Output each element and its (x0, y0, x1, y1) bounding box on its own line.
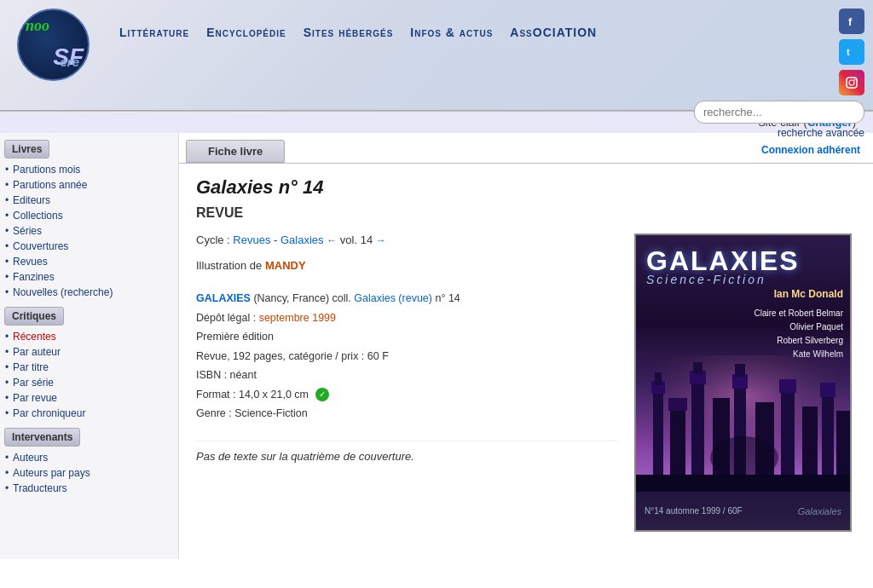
cover-galaxiales: Galaxiales (798, 506, 841, 516)
site-logo[interactable]: noo SF ere (17, 9, 94, 81)
format-line: Format : 14,0 x 21,0 cm ✓ (196, 385, 617, 405)
nav-sites-heberges[interactable]: Sites hébergés (304, 26, 394, 39)
cover-bottom-bar: N°14 automne 1999 / 60F Galaxiales (636, 492, 850, 530)
sidebar: Livres Parutions mois Parutions année Ed… (0, 133, 179, 559)
cover-subtitle: Science-Fiction (646, 273, 840, 286)
depot-date-link[interactable]: septembre 1999 (259, 312, 336, 324)
sidebar-item-traducteurs[interactable]: Traducteurs (0, 481, 178, 496)
cover-num: N°14 automne 1999 / 60F (645, 506, 743, 516)
publisher-coll-link[interactable]: Galaxies (revue) (354, 292, 432, 304)
sidebar-item-auteurs[interactable]: Auteurs (0, 450, 178, 465)
nav-litterature[interactable]: Littérature (119, 26, 189, 39)
nav-infos-actus[interactable]: Infos & actus (410, 26, 493, 39)
cover-city-illustration (636, 355, 850, 492)
cycle-link-revues[interactable]: Revues (233, 233, 270, 246)
details1-line: Revue, 192 pages, catégorie / prix : 60 … (196, 347, 617, 366)
cover-author-2: Claire et Robert Belmar (754, 307, 843, 320)
sidebar-item-fanzines[interactable]: Fanzines (0, 269, 178, 285)
facebook-icon[interactable]: f (839, 9, 864, 34)
sidebar-item-parutions-mois[interactable]: Parutions mois (0, 162, 178, 177)
premiere-edition-line: Première édition (196, 327, 617, 347)
svg-point-3 (849, 80, 854, 85)
sidebar-critiques-header: Critiques (4, 307, 64, 326)
svg-text:t: t (847, 47, 850, 57)
social-icons: f t (839, 9, 864, 95)
publisher-name-link[interactable]: GALAXIES (196, 292, 251, 304)
search-area: recherche avancée (694, 101, 864, 139)
publisher-block: GALAXIES (Nancy, France) coll. Galaxies … (196, 289, 617, 424)
genre-line: Genre : Science-Fiction (196, 404, 617, 424)
sidebar-item-series[interactable]: Séries (0, 223, 178, 239)
publisher-line: GALAXIES (Nancy, France) coll. Galaxies … (196, 289, 617, 308)
publisher-num: n° 14 (435, 292, 460, 304)
svg-rect-23 (820, 383, 835, 397)
publisher-location: (Nancy, France) (253, 292, 329, 304)
sidebar-item-par-serie[interactable]: Par série (0, 375, 178, 390)
sidebar-item-nouvelles[interactable]: Nouvelles (recherche) (0, 285, 178, 300)
fiche-livre-tab[interactable]: Fiche livre (186, 140, 285, 163)
sidebar-item-parutions-annee[interactable]: Parutions année (0, 177, 178, 193)
next-arrow[interactable]: → (376, 234, 386, 246)
cover-author-3: Olivier Paquet (754, 320, 843, 334)
main-content: Fiche livre Connexion adhérent Galaxies … (179, 133, 873, 559)
book-content: Galaxies n° 14 REVUE Cycle : Revues - Ga… (179, 164, 873, 545)
book-type: REVUE (196, 205, 856, 221)
sidebar-item-revues[interactable]: Revues (0, 254, 178, 269)
search-input[interactable] (694, 101, 864, 124)
header-right: f t recherche avancée (694, 9, 864, 139)
advanced-search-link[interactable]: recherche avancée (778, 127, 864, 139)
header: noo SF ere Littérature Encyclopédie Site… (0, 0, 873, 111)
cycle-link-galaxies[interactable]: Galaxies (280, 233, 324, 246)
twitter-icon[interactable]: t (839, 39, 864, 65)
svg-rect-13 (693, 362, 702, 374)
sidebar-livres-header: Livres (4, 140, 49, 159)
sidebar-item-recentes[interactable]: Récentes (0, 329, 178, 344)
connexion-adherent-link[interactable]: Connexion adhérent (749, 137, 873, 163)
prev-arrow[interactable]: ← (327, 234, 337, 246)
svg-rect-17 (735, 364, 745, 377)
cycle-vol: vol. 14 (340, 233, 376, 246)
svg-point-26 (710, 436, 778, 479)
book-detail-inner: Cycle : Revues - Galaxies ← vol. 14 → Il… (196, 233, 856, 532)
instagram-icon[interactable] (839, 70, 864, 95)
sidebar-item-auteurs-pays[interactable]: Auteurs par pays (0, 465, 178, 481)
book-info-block: Cycle : Revues - Galaxies ← vol. 14 → Il… (196, 233, 617, 532)
svg-rect-20 (779, 379, 796, 393)
cycle-label: Cycle : (196, 233, 233, 246)
back-cover-text: Pas de texte sur la quatrième de couvert… (196, 441, 617, 463)
nav-association[interactable]: AssOCIATION (510, 26, 597, 39)
sidebar-item-par-revue[interactable]: Par revue (0, 390, 178, 406)
cycle-line: Cycle : Revues - Galaxies ← vol. 14 → (196, 233, 617, 246)
illustration-label: Illustration de (196, 259, 265, 272)
cover-authors: Ian Mc Donald Claire et Robert Belmar Ol… (754, 286, 843, 361)
logo-text-fere: ere (60, 55, 79, 69)
sidebar-item-collections[interactable]: Collections (0, 208, 178, 223)
sidebar-intervenants-header: Intervenants (4, 428, 80, 447)
sidebar-item-par-auteur[interactable]: Par auteur (0, 344, 178, 360)
book-cover: GALAXIES Science-Fiction Ian Mc Donald C… (634, 233, 856, 532)
svg-rect-10 (668, 398, 687, 411)
cover-image: GALAXIES Science-Fiction Ian Mc Donald C… (634, 233, 852, 532)
svg-text:f: f (848, 15, 853, 28)
sidebar-item-par-titre[interactable]: Par titre (0, 360, 178, 375)
svg-point-4 (854, 79, 856, 81)
format-check-icon: ✓ (315, 388, 329, 401)
sidebar-item-couvertures[interactable]: Couvertures (0, 239, 178, 254)
logo-text-noo: noo (26, 17, 49, 35)
cover-top: GALAXIES Science-Fiction (636, 235, 850, 291)
illustration-author-link[interactable]: MANDY (265, 259, 306, 272)
publisher-coll-label: coll. (332, 292, 355, 304)
page-layout: Livres Parutions mois Parutions année Ed… (0, 133, 873, 559)
depot-line: Dépôt légal : septembre 1999 (196, 308, 617, 328)
format-text: Format : 14,0 x 21,0 cm (196, 389, 309, 401)
cover-author-4: Robert Silverberg (754, 334, 843, 348)
illustration-line: Illustration de MANDY (196, 259, 617, 272)
isbn-line: ISBN : néant (196, 366, 617, 385)
depot-label: Dépôt légal : (196, 312, 259, 324)
svg-rect-8 (655, 372, 662, 385)
sidebar-item-editeurs[interactable]: Editeurs (0, 193, 178, 208)
cover-author-main: Ian Mc Donald (754, 286, 843, 303)
sidebar-item-par-chroniqueur[interactable]: Par chroniqueur (0, 406, 178, 421)
book-title: Galaxies n° 14 (196, 176, 856, 199)
nav-encyclopedie[interactable]: Encyclopédie (206, 26, 286, 39)
